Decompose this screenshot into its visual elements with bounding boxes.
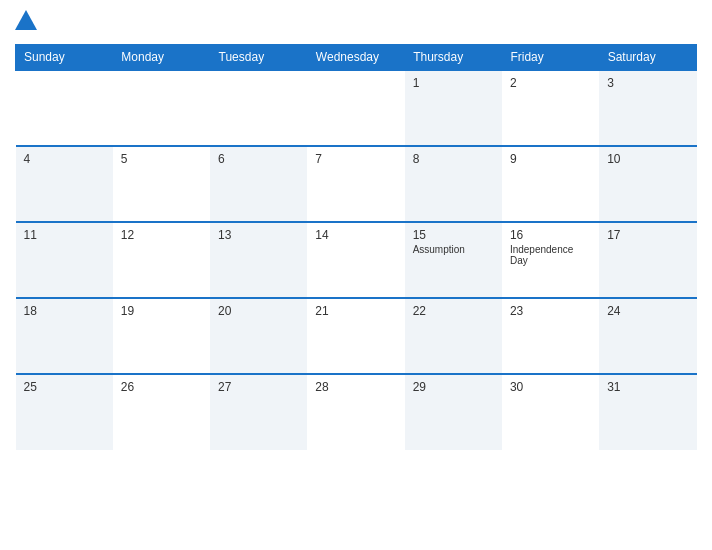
header-friday: Friday [502, 45, 599, 71]
calendar-cell: 3 [599, 70, 696, 146]
day-number: 20 [218, 304, 299, 318]
calendar-cell: 16Independence Day [502, 222, 599, 298]
calendar-cell: 30 [502, 374, 599, 450]
calendar-cell: 5 [113, 146, 210, 222]
day-number: 28 [315, 380, 396, 394]
day-number: 14 [315, 228, 396, 242]
day-number: 31 [607, 380, 688, 394]
calendar-cell: 17 [599, 222, 696, 298]
calendar-cell: 7 [307, 146, 404, 222]
calendar-cell: 12 [113, 222, 210, 298]
calendar-week-row: 45678910 [16, 146, 697, 222]
calendar-cell: 1 [405, 70, 502, 146]
day-number: 25 [24, 380, 105, 394]
calendar-cell: 8 [405, 146, 502, 222]
logo-triangle-icon [15, 10, 37, 36]
day-number: 11 [24, 228, 105, 242]
day-number: 15 [413, 228, 494, 242]
header-wednesday: Wednesday [307, 45, 404, 71]
day-number: 10 [607, 152, 688, 166]
header-sunday: Sunday [16, 45, 113, 71]
calendar-page: Sunday Monday Tuesday Wednesday Thursday… [0, 0, 712, 550]
calendar-cell: 21 [307, 298, 404, 374]
day-number: 21 [315, 304, 396, 318]
day-number: 3 [607, 76, 688, 90]
day-number: 29 [413, 380, 494, 394]
day-number: 2 [510, 76, 591, 90]
day-number: 18 [24, 304, 105, 318]
calendar-cell: 9 [502, 146, 599, 222]
day-number: 4 [24, 152, 105, 166]
day-number: 27 [218, 380, 299, 394]
day-number: 17 [607, 228, 688, 242]
calendar-header: Sunday Monday Tuesday Wednesday Thursday… [16, 45, 697, 71]
calendar-cell: 26 [113, 374, 210, 450]
calendar-cell [307, 70, 404, 146]
calendar-cell: 6 [210, 146, 307, 222]
calendar-week-row: 18192021222324 [16, 298, 697, 374]
calendar-cell [210, 70, 307, 146]
calendar-cell: 20 [210, 298, 307, 374]
calendar-cell: 23 [502, 298, 599, 374]
day-number: 6 [218, 152, 299, 166]
calendar-cell: 29 [405, 374, 502, 450]
header-thursday: Thursday [405, 45, 502, 71]
header [15, 10, 697, 36]
calendar-week-row: 25262728293031 [16, 374, 697, 450]
calendar-cell [16, 70, 113, 146]
day-number: 26 [121, 380, 202, 394]
calendar-cell: 11 [16, 222, 113, 298]
event-label: Assumption [413, 244, 494, 255]
day-number: 9 [510, 152, 591, 166]
day-number: 22 [413, 304, 494, 318]
calendar-body: 123456789101112131415Assumption16Indepen… [16, 70, 697, 450]
calendar-cell: 13 [210, 222, 307, 298]
calendar-cell: 2 [502, 70, 599, 146]
calendar-cell: 18 [16, 298, 113, 374]
calendar-week-row: 123 [16, 70, 697, 146]
header-tuesday: Tuesday [210, 45, 307, 71]
calendar-cell: 28 [307, 374, 404, 450]
day-number: 16 [510, 228, 591, 242]
day-number: 8 [413, 152, 494, 166]
calendar-week-row: 1112131415Assumption16Independence Day17 [16, 222, 697, 298]
day-number: 7 [315, 152, 396, 166]
calendar-cell: 14 [307, 222, 404, 298]
calendar-cell: 19 [113, 298, 210, 374]
event-label: Independence Day [510, 244, 591, 266]
day-number: 24 [607, 304, 688, 318]
calendar-cell: 25 [16, 374, 113, 450]
calendar-cell: 31 [599, 374, 696, 450]
day-number: 5 [121, 152, 202, 166]
logo-icon [15, 10, 37, 36]
calendar-cell: 4 [16, 146, 113, 222]
calendar-cell: 24 [599, 298, 696, 374]
calendar-cell: 15Assumption [405, 222, 502, 298]
weekday-header-row: Sunday Monday Tuesday Wednesday Thursday… [16, 45, 697, 71]
day-number: 19 [121, 304, 202, 318]
header-monday: Monday [113, 45, 210, 71]
day-number: 12 [121, 228, 202, 242]
header-saturday: Saturday [599, 45, 696, 71]
day-number: 1 [413, 76, 494, 90]
day-number: 23 [510, 304, 591, 318]
logo [15, 10, 41, 36]
calendar-cell [113, 70, 210, 146]
day-number: 30 [510, 380, 591, 394]
calendar-table: Sunday Monday Tuesday Wednesday Thursday… [15, 44, 697, 450]
calendar-cell: 22 [405, 298, 502, 374]
calendar-cell: 10 [599, 146, 696, 222]
calendar-cell: 27 [210, 374, 307, 450]
day-number: 13 [218, 228, 299, 242]
svg-marker-0 [15, 10, 37, 30]
